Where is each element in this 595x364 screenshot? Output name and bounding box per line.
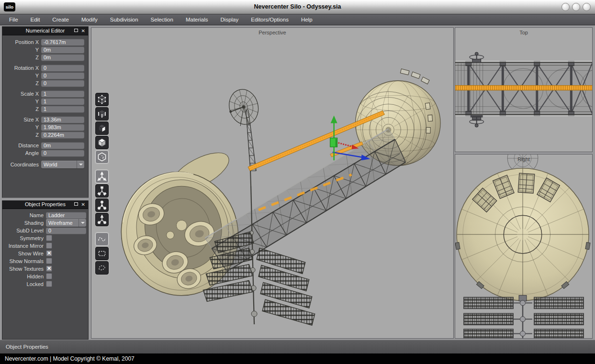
face-select-mode-button[interactable] — [95, 121, 109, 135]
detach-icon[interactable] — [74, 29, 78, 32]
object-select-mode-icon — [97, 138, 107, 147]
top-scene-svg — [455, 28, 592, 152]
numeric-row: Size X13.36m — [2, 116, 88, 123]
lasso-select-button[interactable] — [95, 261, 109, 275]
right-scene-svg — [455, 154, 592, 338]
vertex-select-mode-button[interactable] — [95, 93, 109, 106]
label-angle: Angle — [2, 150, 39, 156]
label-rotation-x: Rotation X — [2, 65, 39, 71]
rotate-tool-icon — [97, 186, 107, 196]
face-select-mode-icon — [97, 123, 107, 133]
minimize-button[interactable] — [561, 3, 570, 11]
z-input[interactable]: 0.2264m — [41, 132, 84, 138]
label-z: Z — [2, 132, 39, 138]
symmetry-checkbox[interactable] — [46, 235, 52, 241]
object-properties-titlebar[interactable]: Object Properties ✕ — [2, 200, 88, 209]
rectangle-select-button[interactable] — [95, 247, 109, 260]
position-x-input[interactable]: -0.7617m — [41, 39, 84, 45]
numeric-row: Y0m — [2, 46, 88, 53]
status-text: Object Properties — [6, 344, 48, 350]
selected-ladder-object[interactable] — [248, 110, 384, 210]
z-input[interactable]: 0 — [41, 80, 84, 87]
gizmo-x-axis[interactable] — [336, 142, 354, 147]
universal-manipulator-button[interactable] — [95, 213, 109, 226]
size-x-input[interactable]: 13.36m — [41, 116, 84, 123]
chevron-down-icon — [79, 219, 86, 227]
property-row: Show Wire✕ — [2, 250, 88, 257]
translate-gizmo[interactable] — [330, 115, 370, 160]
antenna-dish — [225, 86, 262, 127]
menu-subdivision[interactable]: Subdivision — [104, 14, 145, 25]
multiselect-mode-button[interactable] — [95, 150, 109, 164]
rotation-x-input[interactable]: 0 — [41, 65, 84, 71]
panel-title-text: Object Properties — [25, 201, 66, 207]
property-row: Show Normals — [2, 257, 88, 265]
label-distance: Distance — [2, 143, 39, 148]
show-wire-checkbox[interactable]: ✕ — [46, 250, 52, 256]
check-mark-icon: ✕ — [47, 266, 51, 271]
menu-materials[interactable]: Materials — [180, 14, 214, 25]
move-tool-button[interactable] — [95, 170, 109, 183]
label-y: Y — [2, 124, 39, 130]
vertex-select-mode-icon — [97, 95, 107, 104]
shading-dropdown[interactable]: Wireframe — [46, 219, 86, 227]
dropdown-value: Wireframe — [48, 220, 73, 226]
rotate-tool-button[interactable] — [95, 184, 109, 198]
coordinates-dropdown[interactable]: World — [41, 161, 84, 168]
tweak-selection-button[interactable] — [95, 232, 109, 246]
menu-editors-options[interactable]: Editors/Options — [245, 14, 295, 25]
numeric-row: Rotation X0 — [2, 65, 88, 71]
top-viewport[interactable]: Top — [455, 27, 593, 152]
detach-icon[interactable] — [74, 202, 78, 206]
subd-level-input[interactable]: 0 — [46, 227, 86, 234]
edge-select-mode-button[interactable] — [95, 107, 109, 121]
locked-checkbox[interactable] — [46, 281, 52, 287]
maximize-button[interactable] — [572, 3, 580, 11]
menu-help[interactable]: Help — [295, 14, 319, 25]
property-row: Hidden — [2, 273, 88, 280]
numeric-row: Position X-0.7617m — [2, 39, 88, 45]
label-symmetry: Symmetry — [2, 235, 44, 241]
object-select-mode-button[interactable] — [95, 136, 109, 149]
hidden-checkbox[interactable] — [46, 273, 52, 279]
label-shading: Shading — [2, 220, 44, 226]
close-button[interactable] — [583, 3, 591, 11]
scale-tool-button[interactable] — [95, 199, 109, 212]
gizmo-z-axis[interactable] — [333, 152, 364, 157]
sphere-windows — [400, 69, 432, 133]
z-input[interactable]: 0m — [41, 54, 84, 61]
menu-file[interactable]: File — [3, 14, 24, 25]
y-input[interactable]: 1.983m — [41, 124, 84, 131]
truss-spine — [205, 129, 405, 271]
menu-display[interactable]: Display — [214, 14, 245, 25]
numeric-row: Y1 — [2, 98, 88, 105]
show-textures-checkbox[interactable]: ✕ — [46, 265, 52, 272]
distance-input[interactable]: 0m — [41, 142, 84, 149]
y-input[interactable]: 0 — [41, 72, 84, 79]
menu-create[interactable]: Create — [46, 14, 75, 25]
angle-input[interactable]: 0 — [41, 150, 84, 156]
show-normals-checkbox[interactable] — [46, 258, 52, 264]
label-y: Y — [2, 47, 39, 53]
title-bar[interactable]: silo Nevercenter Silo - Odyssey.sia — [0, 0, 595, 14]
property-row: NameLadder — [2, 211, 88, 219]
command-sphere — [356, 81, 441, 165]
name-input[interactable]: Ladder — [46, 212, 86, 219]
perspective-viewport[interactable]: Perspective — [91, 27, 454, 339]
numerical-editor-titlebar[interactable]: Numerical Editor ✕ — [2, 27, 88, 35]
menu-selection[interactable]: Selection — [145, 14, 180, 25]
close-icon[interactable]: ✕ — [81, 200, 85, 209]
solar-panels — [203, 232, 314, 325]
y-input[interactable]: 0m — [41, 46, 84, 53]
numeric-row: Z0 — [2, 80, 88, 87]
instance-mirror-checkbox[interactable] — [46, 243, 52, 249]
scale-x-input[interactable]: 1 — [41, 90, 84, 97]
engine-far-ring — [166, 145, 234, 199]
right-viewport[interactable]: Right — [455, 154, 593, 339]
close-icon[interactable]: ✕ — [81, 27, 85, 35]
numeric-row: Z0.2264m — [2, 132, 88, 138]
y-input[interactable]: 1 — [41, 98, 84, 105]
z-input[interactable]: 1 — [41, 106, 84, 112]
menu-edit[interactable]: Edit — [24, 14, 46, 25]
menu-modify[interactable]: Modify — [75, 14, 104, 25]
